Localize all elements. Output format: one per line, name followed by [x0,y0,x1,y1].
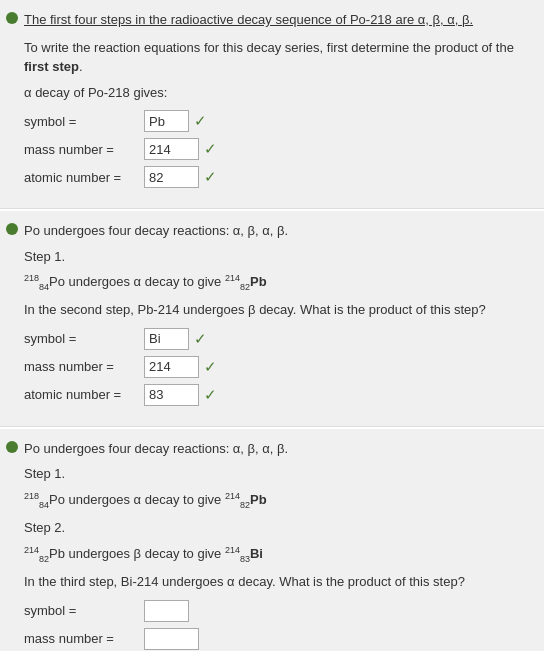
step2-header-3: Step 2. [24,518,532,538]
symbol-input-2[interactable] [144,328,189,350]
section-dot-3 [6,441,18,453]
symbol-row-1: symbol = ✓ [24,110,532,132]
para2-1: α decay of Po-218 gives: [24,83,532,103]
symbol-check-1: ✓ [194,112,207,130]
section-3: Po undergoes four decay reactions: α, β,… [0,429,544,651]
question-2: In the second step, Pb-214 undergoes β d… [24,300,532,320]
mass-row-2: mass number = ✓ [24,356,532,378]
atomic-input-1[interactable] [144,166,199,188]
mass-input-3[interactable] [144,628,199,650]
symbol-row-3: symbol = [24,600,532,622]
symbol-label-2: symbol = [24,331,144,346]
atomic-row-1: atomic number = ✓ [24,166,532,188]
atomic-check-2: ✓ [204,386,217,404]
mass-input-2[interactable] [144,356,199,378]
mass-row-3: mass number = [24,628,532,650]
mass-check-2: ✓ [204,358,217,376]
reaction1-2: 21884Po undergoes α decay to give 21482P… [24,272,532,294]
title-3: Po undergoes four decay reactions: α, β,… [24,439,532,459]
mass-label-3: mass number = [24,631,144,646]
reaction1-3: 21884Po undergoes α decay to give 21482P… [24,490,532,512]
mass-label-1: mass number = [24,142,144,157]
section-dot-1 [6,12,18,24]
symbol-label-1: symbol = [24,114,144,129]
atomic-label-2: atomic number = [24,387,144,402]
atomic-label-1: atomic number = [24,170,144,185]
question-3: In the third step, Bi-214 undergoes α de… [24,572,532,592]
mass-row-1: mass number = ✓ [24,138,532,160]
atomic-check-1: ✓ [204,168,217,186]
symbol-input-1[interactable] [144,110,189,132]
reaction2-3: 21482Pb undergoes β decay to give 21483B… [24,544,532,566]
para1-1: To write the reaction equations for this… [24,38,532,77]
symbol-row-2: symbol = ✓ [24,328,532,350]
mass-check-1: ✓ [204,140,217,158]
mass-input-1[interactable] [144,138,199,160]
step1-header-2: Step 1. [24,247,532,267]
atomic-input-2[interactable] [144,384,199,406]
step1-header-3: Step 1. [24,464,532,484]
symbol-input-3[interactable] [144,600,189,622]
section-dot-2 [6,223,18,235]
section-2: Po undergoes four decay reactions: α, β,… [0,211,544,427]
symbol-check-2: ✓ [194,330,207,348]
title-2: Po undergoes four decay reactions: α, β,… [24,221,532,241]
section-1: The first four steps in the radioactive … [0,0,544,209]
atomic-row-2: atomic number = ✓ [24,384,532,406]
intro-text-1: The first four steps in the radioactive … [24,10,532,30]
symbol-label-3: symbol = [24,603,144,618]
mass-label-2: mass number = [24,359,144,374]
